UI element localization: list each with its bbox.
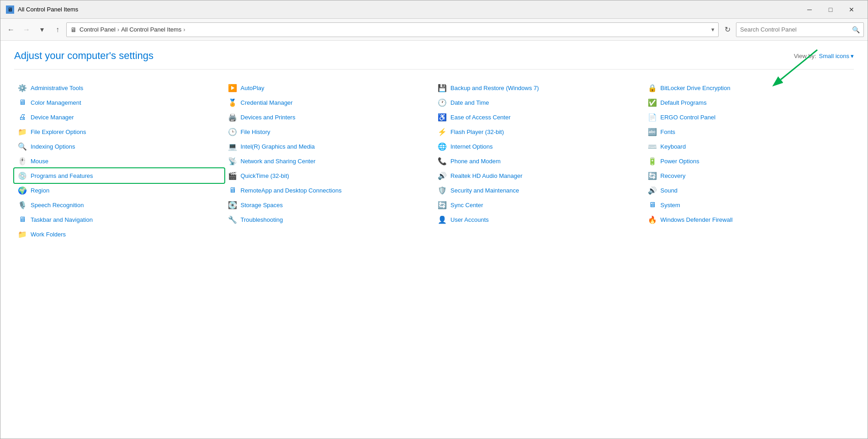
keyboard-label: Keyboard [661, 143, 686, 150]
flash-player-label: Flash Player (32-bit) [450, 128, 504, 135]
speech-recognition-icon: 🎙️ [18, 200, 27, 209]
minimize-button[interactable]: ─ [799, 2, 820, 17]
item-taskbar-navigation[interactable]: 🖥Taskbar and Navigation [14, 212, 224, 227]
item-user-accounts[interactable]: 👤User Accounts [434, 212, 644, 227]
windows-firewall-label: Windows Defender Firewall [661, 216, 733, 223]
file-history-label: File History [241, 128, 270, 135]
item-ease-of-access[interactable]: ♿Ease of Access Center [434, 110, 644, 124]
storage-spaces-icon: 💽 [228, 200, 237, 209]
item-file-history[interactable]: 🕒File History [224, 124, 434, 139]
item-file-explorer[interactable]: 📁File Explorer Options [14, 124, 224, 139]
item-storage-spaces[interactable]: 💽Storage Spaces [224, 198, 434, 212]
default-programs-icon: ✅ [648, 98, 657, 107]
device-manager-icon: 🖨 [18, 112, 27, 122]
item-system[interactable]: 🖥System [644, 198, 854, 212]
internet-options-label: Internet Options [450, 143, 493, 150]
item-ergo-control[interactable]: 📄ERGO Control Panel [644, 110, 854, 124]
view-by-control: View by: Small icons ▾ [794, 53, 854, 59]
refresh-button[interactable]: ↻ [720, 23, 734, 37]
fonts-icon: 🔤 [648, 127, 657, 136]
recovery-icon: 🔄 [648, 171, 657, 180]
item-color-management[interactable]: 🖥Color Management [14, 95, 224, 110]
indexing-options-icon: 🔍 [18, 142, 27, 151]
user-accounts-icon: 👤 [438, 215, 447, 224]
user-accounts-label: User Accounts [450, 216, 489, 223]
phone-modem-label: Phone and Modem [450, 158, 501, 165]
main-window: 🖥 All Control Panel Items ─ □ ✕ ← → ▾ ↑ … [0, 0, 868, 439]
item-indexing-options[interactable]: 🔍Indexing Options [14, 139, 224, 154]
recent-locations-button[interactable]: ▾ [35, 23, 49, 37]
view-by-chevron: ▾ [851, 53, 854, 59]
addressbar: ← → ▾ ↑ 🖥 Control Panel › All Control Pa… [0, 19, 868, 41]
content-area: Adjust your computer's settings View by:… [0, 41, 868, 439]
sound-icon: 🔊 [648, 186, 657, 195]
item-programs-features[interactable]: 💿Programs and Features [14, 168, 224, 183]
item-speech-recognition[interactable]: 🎙️Speech Recognition [14, 198, 224, 212]
item-power-options[interactable]: 🔋Power Options [644, 154, 854, 168]
item-security-maintenance[interactable]: 🛡️Security and Maintenance [434, 183, 644, 198]
item-windows-firewall[interactable]: 🔥Windows Defender Firewall [644, 212, 854, 227]
item-remoteapp[interactable]: 🖥RemoteApp and Desktop Connections [224, 183, 434, 198]
up-button[interactable]: ↑ [51, 23, 64, 37]
system-label: System [661, 202, 680, 209]
taskbar-navigation-label: Taskbar and Navigation [31, 216, 93, 223]
item-fonts[interactable]: 🔤Fonts [644, 124, 854, 139]
fonts-label: Fonts [661, 128, 676, 135]
annotation-arrow [772, 41, 826, 86]
sound-label: Sound [661, 187, 678, 194]
credential-manager-label: Credential Manager [241, 99, 293, 106]
item-autoplay[interactable]: ▶️AutoPlay [224, 80, 434, 95]
item-realtek-audio[interactable]: 🔊Realtek HD Audio Manager [434, 168, 644, 183]
date-time-icon: 🕐 [438, 98, 447, 107]
item-mouse[interactable]: 🖱️Mouse [14, 154, 224, 168]
region-icon: 🌍 [18, 186, 27, 195]
work-folders-icon: 📁 [18, 230, 27, 239]
color-management-label: Color Management [31, 99, 81, 106]
phone-modem-icon: 📞 [438, 156, 447, 166]
programs-features-label: Programs and Features [31, 172, 93, 179]
address-bar[interactable]: 🖥 Control Panel › All Control Panel Item… [66, 22, 719, 37]
credential-manager-icon: 🏅 [228, 98, 237, 107]
item-internet-options[interactable]: 🌐Internet Options [434, 139, 644, 154]
search-input[interactable] [740, 26, 852, 33]
forward-button[interactable]: → [20, 23, 33, 37]
item-region[interactable]: 🌍Region [14, 183, 224, 198]
item-phone-modem[interactable]: 📞Phone and Modem [434, 154, 644, 168]
item-device-manager[interactable]: 🖨Device Manager [14, 110, 224, 124]
intel-graphics-icon: 💻 [228, 142, 237, 151]
devices-printers-label: Devices and Printers [241, 114, 296, 121]
item-devices-printers[interactable]: 🖨️Devices and Printers [224, 110, 434, 124]
path-separator-1: › [117, 26, 119, 33]
security-maintenance-label: Security and Maintenance [450, 187, 519, 194]
item-troubleshooting[interactable]: 🔧Troubleshooting [224, 212, 434, 227]
item-work-folders[interactable]: 📁Work Folders [14, 227, 224, 241]
flash-player-icon: ⚡ [438, 127, 447, 136]
item-network-sharing[interactable]: 📡Network and Sharing Center [224, 154, 434, 168]
item-backup-restore[interactable]: 💾Backup and Restore (Windows 7) [434, 80, 644, 95]
item-credential-manager[interactable]: 🏅Credential Manager [224, 95, 434, 110]
item-bitlocker[interactable]: 🔒BitLocker Drive Encryption [644, 80, 854, 95]
internet-options-icon: 🌐 [438, 142, 447, 151]
search-button[interactable]: 🔍 [852, 26, 860, 33]
item-sync-center[interactable]: 🔄Sync Center [434, 198, 644, 212]
item-quicktime[interactable]: 🎬QuickTime (32-bit) [224, 168, 434, 183]
item-recovery[interactable]: 🔄Recovery [644, 168, 854, 183]
window-icon: 🖥 [6, 5, 14, 14]
mouse-icon: 🖱️ [18, 156, 27, 166]
bitlocker-icon: 🔒 [648, 83, 657, 92]
maximize-button[interactable]: □ [820, 2, 841, 17]
color-management-icon: 🖥 [18, 98, 27, 107]
file-explorer-label: File Explorer Options [31, 128, 86, 135]
backup-restore-label: Backup and Restore (Windows 7) [450, 85, 539, 91]
back-button[interactable]: ← [4, 23, 18, 37]
item-intel-graphics[interactable]: 💻Intel(R) Graphics and Media [224, 139, 434, 154]
item-default-programs[interactable]: ✅Default Programs [644, 95, 854, 110]
view-by-value[interactable]: Small icons ▾ [819, 53, 854, 59]
ease-of-access-icon: ♿ [438, 112, 447, 122]
item-flash-player[interactable]: ⚡Flash Player (32-bit) [434, 124, 644, 139]
close-button[interactable]: ✕ [841, 2, 862, 17]
item-sound[interactable]: 🔊Sound [644, 183, 854, 198]
item-date-time[interactable]: 🕐Date and Time [434, 95, 644, 110]
item-administrative-tools[interactable]: ⚙️Administrative Tools [14, 80, 224, 95]
item-keyboard[interactable]: ⌨️Keyboard [644, 139, 854, 154]
